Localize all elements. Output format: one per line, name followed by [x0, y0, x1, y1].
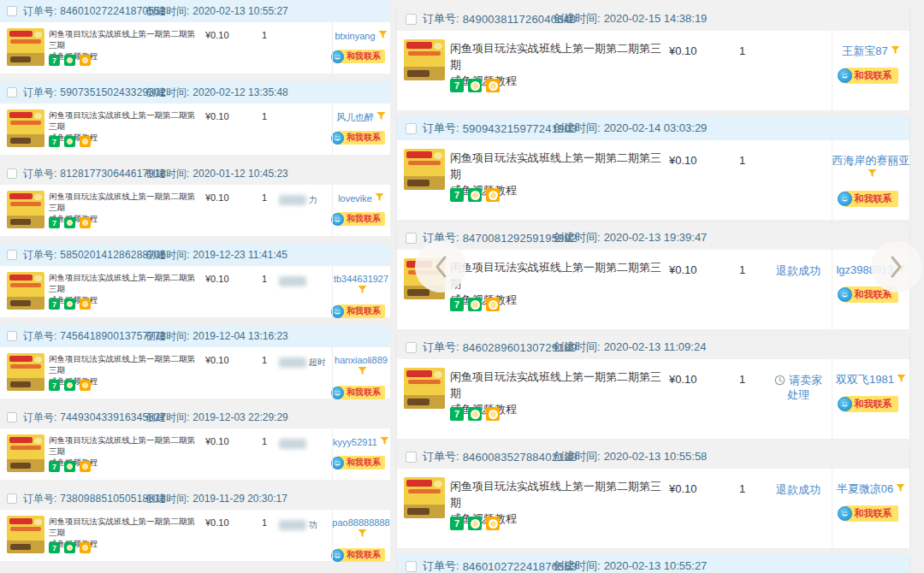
guarantee-ring — [67, 301, 73, 307]
order-status[interactable]: 请卖家处理 — [771, 373, 826, 402]
funnel-icon[interactable] — [896, 482, 905, 496]
service-badge-gold-icon — [80, 461, 91, 472]
order-checkbox[interactable] — [7, 87, 17, 97]
buyer-name-link[interactable]: kyyy52911 — [333, 437, 377, 447]
buyer-name-link[interactable]: tb344631927 — [334, 274, 388, 284]
buyer-cell: hanxiaoli889 和我联系 — [332, 347, 390, 399]
quantity-value: 1 — [262, 355, 267, 365]
order-checkbox[interactable] — [406, 561, 417, 572]
funnel-icon[interactable] — [358, 529, 367, 541]
funnel-icon[interactable] — [380, 436, 389, 448]
product-thumbnail[interactable] — [404, 149, 445, 190]
order-checkbox[interactable] — [7, 6, 17, 16]
buyer-name-link[interactable]: hanxiaoli889 — [335, 355, 388, 365]
service-badge-guarantee-icon — [64, 217, 75, 228]
order-checkbox[interactable] — [406, 342, 417, 353]
order-status[interactable] — [279, 274, 329, 288]
product-thumbnail[interactable] — [404, 39, 445, 80]
guarantee-ring — [471, 81, 480, 91]
contact-seller-button[interactable]: 和我联系 — [337, 386, 385, 399]
contact-seller-button[interactable]: 和我联系 — [844, 191, 898, 207]
carousel-next-button[interactable] — [871, 241, 922, 292]
contact-seller-button[interactable]: 和我联系 — [337, 212, 385, 226]
thumbnail-art — [434, 152, 443, 160]
contact-seller-button[interactable]: 和我联系 — [337, 304, 385, 318]
funnel-icon[interactable] — [375, 192, 384, 204]
product-thumbnail[interactable] — [404, 368, 445, 409]
buyer-cell: 半夏微凉06 和我联系 — [832, 469, 910, 548]
order-body: 闲鱼项目玩法实战班线上第一期第二期第三期 咸鱼视频教程 7 ¥0.10 1 王新… — [397, 31, 909, 110]
wangwang-icon — [331, 132, 344, 145]
order-status[interactable] — [279, 436, 329, 451]
order-status[interactable]: 退款成功 — [771, 263, 826, 278]
buyer-name-link[interactable]: 双双飞1981 — [836, 373, 894, 386]
buyer-name-link[interactable]: 半夏微凉06 — [837, 482, 893, 495]
contact-seller-button[interactable]: 和我联系 — [337, 456, 385, 470]
order-checkbox[interactable] — [7, 331, 17, 341]
buyer-line: tb344631927 — [332, 274, 390, 297]
product-thumbnail[interactable] — [7, 191, 44, 228]
product-thumbnail[interactable] — [404, 477, 445, 518]
order-checkbox[interactable] — [7, 250, 17, 260]
contact-label: 和我联系 — [346, 305, 381, 317]
buyer-line: kyyy52911 — [333, 436, 389, 448]
product-thumbnail[interactable] — [7, 516, 44, 553]
thumbnail-art — [434, 481, 443, 488]
buyer-name-link[interactable]: btxinyang — [335, 31, 375, 41]
funnel-icon[interactable] — [868, 168, 877, 181]
funnel-icon[interactable] — [378, 30, 388, 42]
product-thumbnail[interactable] — [7, 272, 44, 310]
contact-seller-button[interactable]: 和我联系 — [337, 131, 385, 145]
order-checkbox[interactable] — [406, 14, 417, 25]
thumbnail-art — [407, 289, 429, 297]
service-badges: 7 — [49, 217, 91, 228]
buyer-name-link[interactable]: pao88888888 — [332, 517, 389, 528]
contact-seller-button[interactable]: 和我联系 — [844, 68, 898, 84]
order-status[interactable]: 退款成功 — [771, 482, 826, 497]
created-time: 创建时间:2020-02-12 13:35:48 — [145, 86, 288, 100]
wangwang-icon — [331, 387, 344, 399]
buyer-name-link[interactable]: 西海岸的赛丽亚 — [832, 154, 910, 167]
buyer-name-link[interactable]: 王新宝87 — [842, 44, 887, 57]
buyer-cell: tb344631927 和我联系 — [332, 266, 390, 317]
order-status[interactable]: 超时 — [279, 355, 329, 369]
quantity-value: 1 — [262, 274, 267, 284]
product-thumbnail[interactable] — [7, 109, 44, 147]
funnel-icon[interactable] — [358, 366, 367, 378]
order-checkbox[interactable] — [7, 412, 17, 422]
buyer-name-link[interactable]: 风儿也醉 — [336, 112, 374, 122]
thumbnail-art — [34, 113, 43, 120]
contact-seller-button[interactable]: 和我联系 — [844, 505, 898, 522]
contact-seller-button[interactable]: 和我联系 — [337, 548, 385, 562]
order-checkbox[interactable] — [406, 233, 417, 244]
buyer-cell: lovevike 和我联系 — [332, 185, 390, 236]
funnel-icon[interactable] — [897, 373, 906, 387]
order-header: 订单号: 590735150243329302 创建时间:2020-02-12 … — [0, 81, 390, 103]
service-badges: 7 — [49, 55, 91, 66]
service-badge-7day-icon: 7 — [450, 517, 464, 530]
order-checkbox[interactable] — [7, 493, 17, 504]
funnel-icon[interactable] — [376, 111, 386, 123]
order-header: 订单号: 812817730644617918 创建时间:2020-01-12 … — [0, 162, 390, 185]
product-thumbnail[interactable] — [7, 434, 44, 472]
contact-seller-button[interactable]: 和我联系 — [337, 50, 385, 63]
carousel-prev-button[interactable] — [415, 241, 466, 292]
order-status[interactable]: 力 — [279, 192, 329, 207]
wangwang-icon — [331, 549, 344, 562]
created-time: 创建时间:2019-12-04 13:16:23 — [145, 329, 288, 344]
order-status[interactable]: 功 — [279, 517, 329, 532]
contact-label: 和我联系 — [855, 398, 892, 411]
gold-ring — [82, 139, 88, 145]
contact-seller-button[interactable]: 和我联系 — [844, 396, 898, 412]
product-thumbnail[interactable] — [7, 353, 44, 391]
order-checkbox[interactable] — [7, 168, 17, 179]
funnel-icon[interactable] — [358, 285, 367, 297]
buyer-name-link[interactable]: lovevike — [338, 193, 372, 204]
funnel-icon[interactable] — [891, 44, 900, 58]
contact-label: 和我联系 — [346, 387, 381, 399]
service-badge-gold-icon — [486, 188, 500, 202]
product-thumbnail[interactable] — [7, 28, 44, 66]
order-checkbox[interactable] — [406, 123, 417, 134]
order-checkbox[interactable] — [406, 452, 417, 463]
price-value: ¥0.10 — [205, 192, 229, 203]
